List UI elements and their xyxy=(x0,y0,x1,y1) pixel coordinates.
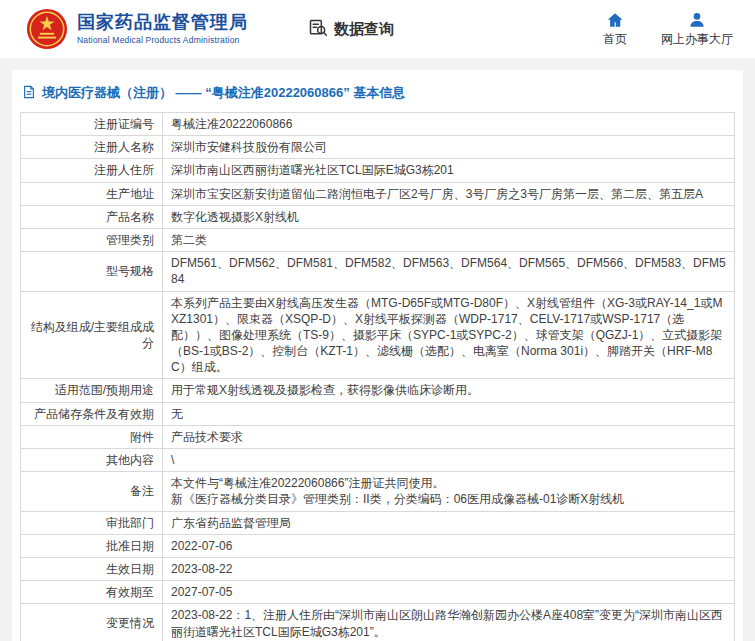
row-label: 有效期至 xyxy=(21,581,163,604)
row-value: 深圳市南山区西丽街道曙光社区TCL国际E城G3栋201 xyxy=(163,159,735,182)
row-value: 本文件与“粤械注准20222060866”注册证共同使用。 新《医疗器械分类目录… xyxy=(163,472,735,511)
row-value: 2023-08-22：1、注册人住所由“深圳市南山区朗山路华瀚创新园办公楼A座4… xyxy=(163,604,735,641)
info-table: 注册证编号粤械注准20222060866注册人名称深圳市安健科技股份有限公司注册… xyxy=(20,112,735,641)
table-row: 变更情况2023-08-22：1、注册人住所由“深圳市南山区朗山路华瀚创新园办公… xyxy=(21,604,735,641)
table-row: 产品名称数字化透视摄影X射线机 xyxy=(21,205,735,228)
agency-name-cn: 国家药品监督管理局 xyxy=(77,13,248,33)
data-query-label: 数据查询 xyxy=(334,20,394,39)
info-table-body: 注册证编号粤械注准20222060866注册人名称深圳市安健科技股份有限公司注册… xyxy=(21,113,735,641)
row-label: 变更情况 xyxy=(21,604,163,641)
agency-logo-link[interactable]: 国家药品监督管理局 National Medical Products Admi… xyxy=(26,8,248,50)
row-label: 注册人住所 xyxy=(21,159,163,182)
page-title-text: 境内医疗器械（注册） —— “粤械注准20222060866” 基本信息 xyxy=(42,84,405,102)
nav-online-hall[interactable]: 网上办事大厅 xyxy=(661,11,733,48)
table-row: 其他内容\ xyxy=(21,449,735,472)
row-value: 无 xyxy=(163,402,735,425)
row-value: 第二类 xyxy=(163,228,735,251)
agency-name-en: National Medical Products Administration xyxy=(77,35,248,45)
row-label: 附件 xyxy=(21,425,163,448)
row-label: 生效日期 xyxy=(21,557,163,580)
table-row: 批准日期2022-07-06 xyxy=(21,534,735,557)
table-row: 注册证编号粤械注准20222060866 xyxy=(21,113,735,136)
table-row: 产品储存条件及有效期无 xyxy=(21,402,735,425)
site-header: 国家药品监督管理局 National Medical Products Admi… xyxy=(0,0,755,58)
row-value: 2027-07-05 xyxy=(163,581,735,604)
nav-home[interactable]: 首页 xyxy=(603,11,627,48)
row-label: 适用范围/预期用途 xyxy=(21,379,163,402)
row-value: DFM561、DFM562、DFM581、DFM582、DFM563、DFM56… xyxy=(163,252,735,291)
row-value: 用于常规X射线透视及摄影检查，获得影像供临床诊断用。 xyxy=(163,379,735,402)
row-value: 深圳市安健科技股份有限公司 xyxy=(163,136,735,159)
row-value: 本系列产品主要由X射线高压发生器（MTG-D65F或MTG-D80F）、X射线管… xyxy=(163,291,735,379)
data-query-icon xyxy=(308,18,328,41)
row-label: 注册人名称 xyxy=(21,136,163,159)
national-emblem-icon xyxy=(26,8,68,50)
table-row: 结构及组成/主要组成成分本系列产品主要由X射线高压发生器（MTG-D65F或MT… xyxy=(21,291,735,379)
row-label: 型号规格 xyxy=(21,252,163,291)
row-label: 产品名称 xyxy=(21,205,163,228)
row-label: 管理类别 xyxy=(21,228,163,251)
row-label: 产品储存条件及有效期 xyxy=(21,402,163,425)
row-value: 2023-08-22 xyxy=(163,557,735,580)
table-row: 有效期至2027-07-05 xyxy=(21,581,735,604)
nav-data-query[interactable]: 数据查询 xyxy=(308,18,394,41)
main-area: 境内医疗器械（注册） —— “粤械注准20222060866” 基本信息 注册证… xyxy=(0,58,755,641)
content-card: 境内医疗器械（注册） —— “粤械注准20222060866” 基本信息 注册证… xyxy=(12,70,743,641)
home-icon xyxy=(606,11,624,29)
table-row: 适用范围/预期用途用于常规X射线透视及摄影检查，获得影像供临床诊断用。 xyxy=(21,379,735,402)
header-nav: 首页 网上办事大厅 xyxy=(603,11,733,48)
row-label: 结构及组成/主要组成成分 xyxy=(21,291,163,379)
row-label: 备注 xyxy=(21,472,163,511)
row-value: \ xyxy=(163,449,735,472)
row-label: 注册证编号 xyxy=(21,113,163,136)
table-row: 管理类别第二类 xyxy=(21,228,735,251)
row-label: 生产地址 xyxy=(21,182,163,205)
agency-names: 国家药品监督管理局 National Medical Products Admi… xyxy=(77,13,248,45)
row-value: 粤械注准20222060866 xyxy=(163,113,735,136)
table-row: 生效日期2023-08-22 xyxy=(21,557,735,580)
table-row: 注册人名称深圳市安健科技股份有限公司 xyxy=(21,136,735,159)
table-row: 备注本文件与“粤械注准20222060866”注册证共同使用。 新《医疗器械分类… xyxy=(21,472,735,511)
row-value: 广东省药品监督管理局 xyxy=(163,511,735,534)
person-icon xyxy=(688,11,706,29)
row-value: 产品技术要求 xyxy=(163,425,735,448)
row-value: 深圳市宝安区新安街道留仙二路润恒电子厂区2号厂房、3号厂房之3号厂房第一层、第二… xyxy=(163,182,735,205)
table-row: 型号规格DFM561、DFM562、DFM581、DFM582、DFM563、D… xyxy=(21,252,735,291)
table-row: 附件产品技术要求 xyxy=(21,425,735,448)
table-row: 生产地址深圳市宝安区新安街道留仙二路润恒电子厂区2号厂房、3号厂房之3号厂房第一… xyxy=(21,182,735,205)
row-value: 数字化透视摄影X射线机 xyxy=(163,205,735,228)
nav-home-label: 首页 xyxy=(603,31,627,48)
document-icon xyxy=(22,85,36,102)
row-label: 批准日期 xyxy=(21,534,163,557)
table-row: 注册人住所深圳市南山区西丽街道曙光社区TCL国际E城G3栋201 xyxy=(21,159,735,182)
nav-online-hall-label: 网上办事大厅 xyxy=(661,31,733,48)
row-label: 审批部门 xyxy=(21,511,163,534)
row-value: 2022-07-06 xyxy=(163,534,735,557)
row-label: 其他内容 xyxy=(21,449,163,472)
page-title: 境内医疗器械（注册） —— “粤械注准20222060866” 基本信息 xyxy=(20,80,735,112)
table-row: 审批部门广东省药品监督管理局 xyxy=(21,511,735,534)
